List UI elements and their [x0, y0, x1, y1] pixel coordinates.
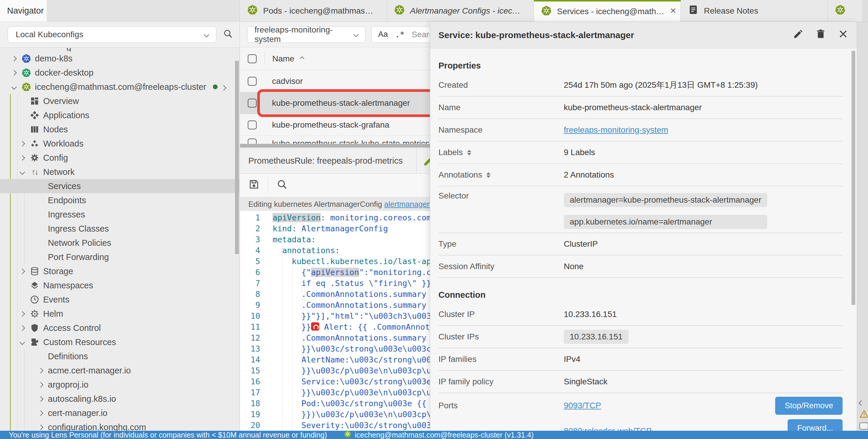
sidebar-item-nodes[interactable]: Nodes [0, 122, 240, 136]
sidebar-item-storage[interactable]: Storage [0, 264, 240, 278]
row-checkbox[interactable] [248, 77, 257, 86]
row-checkbox[interactable] [248, 139, 257, 143]
line-content: }}"}],"html":"\u003ch3\u003e\u [269, 310, 445, 322]
select-all-checkbox[interactable] [248, 54, 257, 63]
sidebar-item-icecheng-mathmast-com-freeleaps-cluster[interactable]: icecheng@mathmast.com@freeleaps-cluster [0, 80, 240, 94]
chevron-slot [17, 326, 28, 330]
stop-remove-button[interactable]: Stop/Remove [775, 397, 843, 415]
chevron-right-icon[interactable] [38, 425, 43, 430]
save-icon[interactable] [248, 179, 259, 192]
panel-widget-icon[interactable] [860, 423, 868, 430]
tab-partial[interactable] [828, 0, 862, 22]
sidebar-item-label: Custom Resources [41, 337, 116, 347]
row-checkbox[interactable] [248, 121, 257, 129]
sidebar-item-config[interactable]: Config [0, 151, 240, 165]
chevron-left-icon[interactable] [860, 398, 863, 407]
right-edge-strip [857, 22, 868, 431]
sidebar-item-helm[interactable]: Helm [0, 307, 240, 321]
sidebar-item-cert-manager-io[interactable]: cert-manager.io [0, 406, 240, 420]
chevron-right-icon[interactable] [38, 396, 43, 402]
namespace-select[interactable]: freeleaps-monitoring-system [247, 26, 365, 43]
drawer-row-type: TypeClusterIP [438, 233, 843, 256]
chevron-right-icon[interactable] [20, 141, 25, 146]
chevron-right-icon[interactable] [20, 155, 25, 160]
tab-alertmanager-configs[interactable]: Alertmanager Configs - icec… [387, 0, 534, 22]
sidebar-item-ingresses[interactable]: Ingresses [0, 207, 240, 222]
forward-button[interactable]: Forward... [787, 419, 843, 431]
chevron-slot [35, 426, 46, 429]
sidebar-item-workloads[interactable]: Workloads [0, 136, 240, 151]
port-link-8080-reloader-web-tcp[interactable]: 8080:reloader-web/TCP [564, 426, 652, 431]
sidebar-item-services[interactable]: Services [0, 179, 240, 193]
search-icon[interactable] [223, 29, 233, 41]
chevron-right-icon[interactable] [20, 311, 25, 316]
sidebar-item-access-control[interactable]: Access Control [0, 321, 240, 335]
tab-services[interactable]: Services - icecheng@math… [534, 0, 681, 22]
chevron-slot [17, 142, 28, 146]
kubeconfig-select[interactable]: Local Kubeconfigs [8, 26, 216, 43]
editing-banner-link[interactable]: alertmanager [384, 200, 430, 209]
line-number: 5 [240, 256, 269, 267]
port-link-9093-tcp[interactable]: 9093/TCP [564, 401, 652, 410]
sidebar-item-custom-resources[interactable]: Custom Resources [0, 335, 240, 349]
sidebar-item-label: Access Control [41, 323, 101, 333]
sidebar-item-configuration-konghq-com[interactable]: configuration.konghq.com [0, 420, 240, 431]
line-content: }}\u003c/p\u003e\n\u003cp\u003e [269, 387, 450, 398]
chevron-right-icon[interactable] [38, 382, 43, 387]
row-checkbox[interactable] [248, 99, 257, 107]
chevron-right-icon[interactable] [11, 70, 17, 75]
sort-updown-icon[interactable] [467, 150, 471, 156]
sidebar-item-docker-desktop[interactable]: docker-desktop [0, 66, 240, 80]
line-content: .CommonAnnotations.summary }} [269, 300, 441, 310]
match-case-icon[interactable]: Aa [378, 30, 388, 39]
chevron-down-icon[interactable] [20, 339, 25, 345]
close-icon[interactable] [838, 29, 848, 41]
active-cluster-status: icecheng@mathmast.com@freeleaps-cluster … [344, 431, 534, 439]
namespace-link[interactable]: freeleaps-monitoring-system [564, 125, 668, 135]
property-label: Cluster IPs [438, 332, 564, 341]
sidebar-item-demo-k8s[interactable]: demo-k8s [0, 52, 240, 66]
chevron-down-icon[interactable] [20, 169, 25, 175]
sidebar-item-endpoints[interactable]: Endpoints [0, 193, 240, 207]
sidebar-item-applications[interactable]: Applications [0, 108, 240, 122]
tab-pods[interactable]: Pods - icecheng@mathmas… [240, 0, 387, 22]
line-content: Severity:\u003c/strong\u003e {{ [269, 420, 450, 431]
sidebar-item-port-forwarding[interactable]: Port Forwarding [0, 250, 240, 264]
name-column-header[interactable]: Name [272, 54, 294, 64]
delete-trash-icon[interactable] [815, 29, 826, 41]
chevron-right-icon[interactable] [38, 368, 43, 373]
sidebar-item-network[interactable]: ↑↓Network [0, 165, 240, 179]
edit-pencil-icon[interactable] [793, 29, 804, 41]
drawer-scrollbar[interactable] [851, 51, 855, 305]
sidebar-item-namespaces[interactable]: Namespaces [0, 278, 240, 293]
sort-ascending-icon[interactable] [300, 57, 304, 61]
close-tab-icon[interactable] [670, 7, 677, 16]
property-label: Annotations [438, 170, 564, 180]
regex-icon[interactable]: .* [395, 30, 405, 39]
sidebar-item-definitions[interactable]: Definitions [0, 349, 240, 363]
find-icon[interactable] [276, 179, 288, 192]
drawer-row-annotations: Annotations2 Annotations [438, 164, 843, 187]
sidebar-item-network-policies[interactable]: Network Policies [0, 236, 240, 250]
sidebar-item-overview[interactable]: Overview [0, 94, 240, 108]
chevron-right-icon[interactable] [20, 269, 25, 274]
chevron-down-icon[interactable] [11, 84, 17, 90]
line-number: 18 [240, 398, 269, 409]
property-value: 9 Labels [564, 148, 595, 157]
chevron-right-icon[interactable] [11, 56, 17, 61]
sidebar-item-argoproj-io[interactable]: argoproj.io [0, 377, 240, 392]
sort-updown-icon[interactable] [486, 172, 491, 178]
siren-emoji [311, 322, 319, 331]
chevron-right-icon[interactable] [38, 410, 43, 416]
tab-release-notes[interactable]: Release Notes [681, 0, 828, 22]
chevron-right-icon[interactable] [20, 325, 25, 331]
sidebar-scrollbar[interactable] [235, 61, 239, 254]
chevron-right-icon[interactable] [222, 82, 225, 92]
line-number: 13 [240, 343, 269, 354]
drawer-row-ip-families: IP familiesIPv4 [438, 348, 843, 371]
sidebar-item-autoscaling-k8s-io[interactable]: autoscaling.k8s.io [0, 392, 240, 406]
sidebar-item-ingress-classes[interactable]: Ingress Classes [0, 222, 240, 236]
sidebar-item-label: configuration.konghq.com [46, 423, 146, 431]
sidebar-item-acme-cert-manager-io[interactable]: acme.cert-manager.io [0, 363, 240, 377]
sidebar-item-events[interactable]: Events [0, 293, 240, 307]
